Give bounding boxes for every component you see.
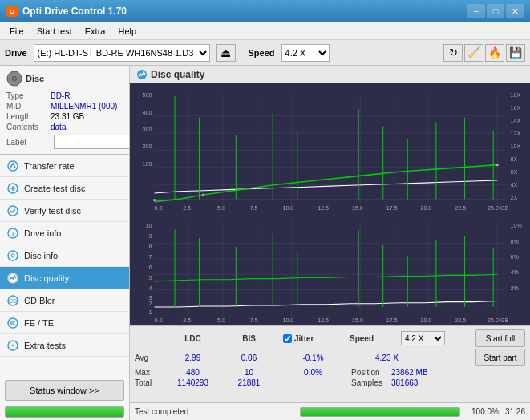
svg-text:12.5: 12.5 — [318, 204, 329, 212]
svg-point-2 — [14, 78, 16, 80]
nav-fe-te[interactable]: FE / TE — [0, 312, 129, 334]
title-bar-controls: − □ ✕ — [467, 4, 524, 18]
svg-text:12X: 12X — [511, 130, 521, 137]
jitter-col-header: Jitter — [294, 334, 346, 343]
speed-header-row: Speed 4.2 X — [350, 331, 445, 345]
sidebar-progress-area — [0, 404, 129, 420]
charts-area: LDC Read speed Write speed — [130, 83, 530, 325]
svg-text:200: 200 — [143, 143, 152, 150]
svg-point-65 — [153, 199, 156, 201]
nav-extra-tests[interactable]: + Extra tests — [0, 334, 129, 357]
menu-file[interactable]: File — [3, 25, 30, 38]
status-text: Test completed — [135, 407, 293, 416]
jitter-checkbox[interactable] — [283, 334, 292, 343]
svg-text:10.0: 10.0 — [282, 317, 293, 325]
svg-text:2%: 2% — [511, 285, 520, 292]
title-bar-left: O Opti Drive Control 1.70 — [6, 6, 127, 17]
svg-text:22.5: 22.5 — [455, 204, 466, 212]
disc-type-label: Type — [6, 91, 51, 100]
svg-text:10%: 10% — [511, 223, 523, 230]
menu-bar: File Start test Extra Help — [0, 22, 530, 40]
svg-text:20.0: 20.0 — [421, 204, 432, 212]
svg-text:10X: 10X — [511, 143, 521, 150]
svg-text:CD: CD — [9, 298, 17, 304]
stats-header: LDC BIS Jitter Speed 4.2 X Start full — [135, 329, 525, 347]
title-bar: O Opti Drive Control 1.70 − □ ✕ — [0, 0, 530, 22]
total-bis: 21881 — [223, 378, 275, 387]
sidebar: Disc Type BD-R MID MILLENMR1 (000) Lengt… — [0, 66, 130, 420]
speed-label: Speed — [249, 48, 275, 58]
svg-text:2X: 2X — [511, 194, 518, 201]
speed-select-stats[interactable]: 4.2 X — [401, 331, 445, 345]
avg-ldc: 2.99 — [163, 353, 223, 362]
chart-header: Disc quality — [130, 66, 530, 83]
progress-percent: 100.0% — [467, 407, 499, 416]
col-header-bis: BIS — [223, 334, 275, 343]
disc-quality-icon — [7, 273, 18, 284]
disc-label-input[interactable] — [54, 135, 130, 149]
top-chart-svg: 500 400 300 200 100 18X 16X 14X 12X 10X … — [130, 83, 530, 212]
progress-bar-bottom — [300, 407, 460, 417]
nav-disc-info[interactable]: Disc info — [0, 244, 129, 267]
speed-select[interactable]: 4.2 X — [281, 44, 330, 62]
nav-drive-info[interactable]: i Drive info — [0, 222, 129, 244]
nav-drive-info-label: Drive info — [24, 228, 61, 238]
extra-tests-icon: + — [7, 340, 18, 351]
nav-cd-bler[interactable]: CD CD Bler — [0, 289, 129, 312]
avg-label: Avg — [135, 353, 163, 362]
disc-title: Disc — [26, 74, 44, 83]
drive-info-icon: i — [7, 228, 18, 239]
speed-col-header: Speed — [350, 334, 398, 343]
close-button[interactable]: ✕ — [506, 4, 524, 18]
burn-button[interactable]: 🔥 — [485, 44, 504, 62]
nav-transfer-rate[interactable]: Transfer rate — [0, 155, 129, 177]
menu-start-test[interactable]: Start test — [30, 25, 79, 38]
erase-button[interactable]: 🧹 — [464, 44, 483, 62]
svg-point-10 — [8, 251, 18, 260]
svg-text:8X: 8X — [511, 155, 518, 163]
svg-text:i: i — [12, 231, 14, 238]
sidebar-progress-bar — [5, 406, 124, 418]
nav-fe-te-label: FE / TE — [24, 318, 54, 328]
svg-text:25.0 GB: 25.0 GB — [488, 317, 508, 325]
maximize-button[interactable]: □ — [487, 4, 504, 18]
svg-text:10: 10 — [146, 223, 152, 230]
status-window-button[interactable]: Status window >> — [5, 380, 124, 401]
menu-extra[interactable]: Extra — [79, 25, 112, 38]
nav-disc-quality[interactable]: Disc quality — [0, 267, 129, 289]
create-test-disc-icon — [7, 183, 18, 194]
disc-length-value: 23.31 GB — [51, 112, 84, 121]
start-full-button[interactable]: Start full — [475, 329, 525, 347]
nav-cd-bler-label: CD Bler — [24, 296, 55, 305]
nav-extra-tests-label: Extra tests — [24, 341, 66, 350]
svg-text:5.0: 5.0 — [217, 204, 225, 212]
transfer-rate-icon — [7, 160, 18, 172]
nav-verify-test-disc[interactable]: Verify test disc — [0, 200, 129, 222]
disc-mid-row: MID MILLENMR1 (000) — [6, 102, 123, 111]
nav-section: Transfer rate Create test disc — [0, 155, 129, 377]
svg-text:400: 400 — [143, 108, 152, 115]
drive-select[interactable]: (E:) HL-DT-ST BD-RE WH16NS48 1.D3 — [34, 44, 210, 62]
start-part-button[interactable]: Start part — [475, 349, 525, 366]
minimize-button[interactable]: − — [467, 4, 485, 18]
col-header-ldc: LDC — [163, 334, 223, 343]
svg-point-11 — [11, 254, 14, 257]
svg-text:14X: 14X — [511, 117, 521, 124]
eject-button[interactable]: ⏏ — [216, 44, 236, 62]
svg-text:2: 2 — [149, 300, 152, 307]
nav-create-test-disc[interactable]: Create test disc — [0, 177, 129, 200]
svg-text:1: 1 — [149, 309, 152, 316]
stats-total-row: Total 1140293 21881 Samples 381663 — [135, 378, 525, 387]
disc-type-row: Type BD-R — [6, 91, 123, 100]
disc-contents-value: data — [51, 123, 66, 131]
samples-value: 381663 — [391, 378, 439, 387]
disc-header: Disc — [6, 71, 123, 87]
stats-bar: LDC BIS Jitter Speed 4.2 X Start full — [130, 325, 530, 402]
svg-text:9: 9 — [149, 232, 152, 240]
svg-text:6X: 6X — [511, 168, 518, 176]
svg-text:16X: 16X — [511, 104, 521, 111]
menu-help[interactable]: Help — [111, 25, 143, 38]
refresh-button[interactable]: ↻ — [443, 44, 463, 62]
toolbar-icons: ↻ 🧹 🔥 💾 — [443, 44, 525, 62]
save-button[interactable]: 💾 — [506, 44, 525, 62]
